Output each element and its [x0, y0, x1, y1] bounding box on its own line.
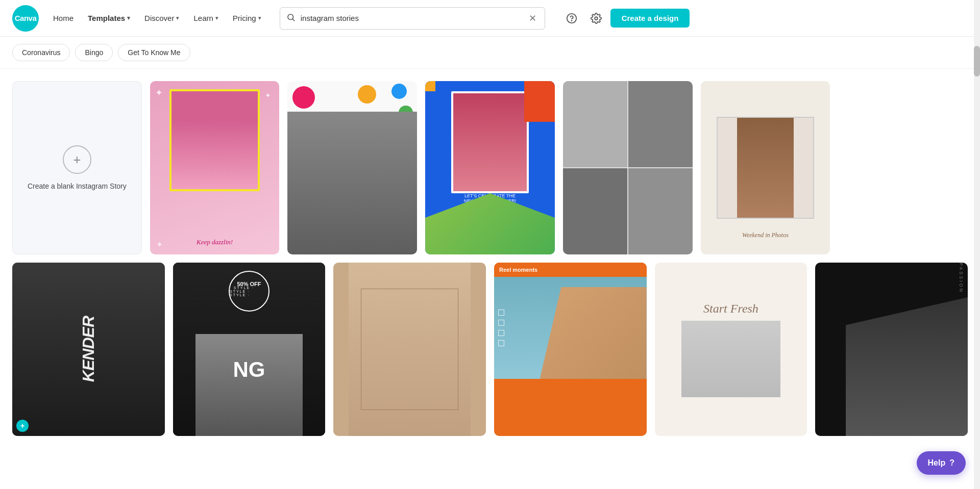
logo-text: Canva: [15, 14, 37, 22]
plus-badge: +: [16, 420, 29, 432]
scrollbar[interactable]: [974, 0, 980, 456]
weekend-photos-card[interactable]: Weekend in Photos: [701, 81, 830, 254]
start-fresh-card[interactable]: Start Fresh: [655, 263, 807, 436]
weekend-photos-text: Weekend in Photos: [742, 231, 789, 239]
templates-row-1: + Create a blank Instagram Story ✦ ✦ Kee…: [12, 81, 968, 254]
learn-chevron-icon: ▾: [215, 15, 218, 21]
reel-moments-card[interactable]: Reel moments: [494, 263, 647, 436]
new-year-card[interactable]: LET'S CELEBRATE THENEW YEAR TOGETHER!: [425, 81, 555, 254]
settings-icon-button[interactable]: [586, 8, 606, 29]
search-bar: ✕: [280, 7, 545, 30]
templates-row-2: KENDER + · STYLE · STYLE · STYLE · NG 50…: [12, 263, 968, 436]
style-big-text: NG: [233, 357, 265, 382]
create-design-button[interactable]: Create a design: [610, 9, 690, 28]
filter-bar: Coronavirus Bingo Get To Know Me: [0, 37, 980, 69]
bw-summit-card[interactable]: New Year, New Summit: [287, 81, 417, 254]
canva-logo[interactable]: Canva: [12, 5, 39, 32]
help-button[interactable]: Help ?: [917, 451, 966, 456]
help-icon-button[interactable]: [561, 8, 582, 29]
style-sale-card[interactable]: · STYLE · STYLE · STYLE · NG 50% OFF: [173, 263, 326, 436]
nav-actions: Create a design: [561, 8, 690, 29]
discover-chevron-icon: ▾: [176, 15, 179, 21]
pricing-chevron-icon: ▾: [258, 15, 261, 21]
nav-links: Home Templates ▾ Discover ▾ Learn ▾ Pric…: [47, 10, 267, 27]
clear-search-button[interactable]: ✕: [527, 12, 538, 25]
passion-vertical-text: PASSION: [959, 263, 964, 436]
dark-portrait-card[interactable]: PASSION: [815, 263, 968, 436]
scrollbar-thumb: [974, 46, 980, 76]
main-content: + Create a blank Instagram Story ✦ ✦ Kee…: [0, 69, 980, 456]
svg-line-1: [292, 19, 294, 20]
chip-coronavirus[interactable]: Coronavirus: [12, 44, 70, 61]
reel-header-text: Reel moments: [494, 263, 647, 277]
keep-dazzlin-card[interactable]: ✦ ✦ Keep dazzlin! ✦: [150, 81, 280, 254]
search-input[interactable]: [301, 14, 527, 22]
navbar: Canva Home Templates ▾ Discover ▾ Learn …: [0, 0, 980, 37]
keep-dazzlin-text: Keep dazzlin!: [197, 238, 233, 246]
blank-instagram-story-card[interactable]: + Create a blank Instagram Story: [12, 81, 142, 254]
nav-templates[interactable]: Templates ▾: [82, 10, 136, 27]
nav-discover[interactable]: Discover ▾: [138, 10, 185, 27]
nav-pricing[interactable]: Pricing ▾: [227, 10, 267, 27]
collage-man-card[interactable]: [563, 81, 693, 254]
blank-card-label: Create a blank Instagram Story: [21, 182, 133, 190]
search-icon: [286, 13, 296, 24]
svg-point-4: [595, 17, 598, 20]
start-fresh-text: Start Fresh: [703, 302, 758, 316]
kender-card[interactable]: KENDER +: [12, 263, 165, 436]
nav-learn[interactable]: Learn ▾: [187, 10, 224, 27]
templates-chevron-icon: ▾: [127, 15, 130, 21]
hat-woman-card[interactable]: [333, 263, 486, 436]
chip-get-to-know-me[interactable]: Get To Know Me: [118, 44, 190, 61]
style-circle-text: · STYLE · STYLE · STYLE ·: [229, 271, 270, 312]
plus-icon: +: [63, 145, 91, 174]
kender-text: KENDER: [79, 316, 98, 382]
nav-home[interactable]: Home: [47, 10, 80, 27]
chip-bingo[interactable]: Bingo: [75, 44, 113, 61]
